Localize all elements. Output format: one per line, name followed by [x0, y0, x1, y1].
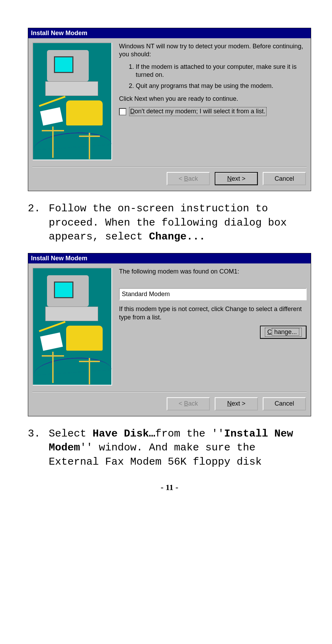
dialog-install-new-modem-detect: Install New Modem Windows NT will now tr…	[28, 28, 311, 191]
detected-modem-field: Standard Modem	[119, 288, 307, 300]
instruction-item-2: Quit any programs that may be using the …	[136, 82, 307, 90]
dont-detect-checkbox[interactable]	[119, 108, 126, 115]
step-number: 2.	[28, 202, 49, 244]
modem-hint-text: If this modem type is not correct, click…	[119, 305, 307, 321]
next-button[interactable]: Next >	[215, 172, 258, 185]
dialog-title: Install New Modem	[28, 28, 311, 38]
wizard-illustration	[32, 42, 112, 160]
back-button: < Back	[167, 172, 210, 185]
page-number: - 11 -	[28, 483, 311, 492]
cancel-button[interactable]: Cancel	[263, 397, 306, 410]
step-3: 3. Select Have Disk…from the ''Install N…	[28, 427, 311, 469]
change-button[interactable]: Change...	[260, 326, 307, 339]
dialog-intro-text: Windows NT will now try to detect your m…	[119, 42, 307, 59]
dont-detect-label[interactable]: Don't detect my modem; I will select it …	[129, 107, 267, 116]
step-2: 2. Follow the on-screen instruction to p…	[28, 202, 311, 244]
wizard-illustration	[32, 268, 112, 385]
dialog-install-new-modem-found: Install New Modem The following modem wa…	[28, 253, 311, 416]
instruction-item-1: If the modem is attached to your compute…	[136, 63, 307, 79]
cancel-button[interactable]: Cancel	[263, 172, 306, 185]
back-button: < Back	[167, 397, 210, 410]
step-number: 3.	[28, 427, 49, 469]
step-text: Follow the on-screen instruction to proc…	[49, 202, 311, 244]
step-text: Select Have Disk…from the ''Install New …	[49, 427, 311, 469]
next-button[interactable]: Next >	[215, 397, 258, 410]
modem-found-text: The following modem was found on COM1:	[119, 268, 307, 276]
dialog-title: Install New Modem	[28, 253, 311, 263]
dialog-ready-text: Click Next when you are ready to continu…	[119, 95, 307, 103]
